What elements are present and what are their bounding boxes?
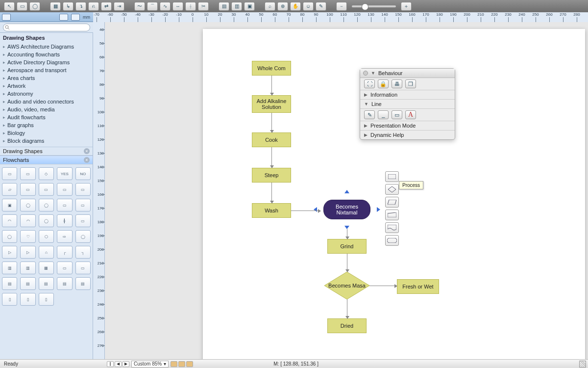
line-rect-button[interactable]: ▭ <box>392 110 402 119</box>
export-tool-button[interactable]: ⇥ <box>114 2 124 11</box>
palette-shape-41[interactable]: ▯ <box>20 293 35 306</box>
connector-1[interactable] <box>271 76 272 95</box>
selection-marker-up-icon[interactable] <box>344 190 349 193</box>
resize-grip-icon[interactable] <box>579 361 586 368</box>
distribute-tool-button[interactable]: ▥ <box>231 2 242 11</box>
zoom-out-button[interactable]: － <box>336 2 347 11</box>
palette-shape-19[interactable]: ▭ <box>75 214 91 227</box>
palette-shape-24[interactable]: ◯ <box>75 230 91 243</box>
zoom-fit-button[interactable]: ⌕ <box>265 2 275 11</box>
palette-shape-30[interactable]: ▥ <box>2 262 17 274</box>
category-item-6[interactable]: Astronomy <box>0 90 93 98</box>
palette-shape-2[interactable]: ◇ <box>39 167 54 180</box>
cut-tool-button[interactable]: ✂ <box>198 2 209 11</box>
drawing-page[interactable]: Whole Com Add Alkaline Solution Cook Ste… <box>203 29 585 359</box>
palette-shape-32[interactable]: ▦ <box>39 262 54 274</box>
palette-shape-22[interactable]: ⬡ <box>39 230 54 243</box>
panel-close-icon[interactable]: × <box>84 148 90 154</box>
library-toggle-button[interactable] <box>2 14 11 21</box>
scroll-prev-button[interactable]: ◀ <box>115 361 122 367</box>
palette-shape-13[interactable]: ▭ <box>57 199 72 211</box>
behaviour-row-dynamic-help[interactable]: ▶Dynamic Help <box>360 131 455 139</box>
category-item-4[interactable]: Area charts <box>0 74 93 82</box>
behaviour-row-information[interactable]: ▶Information <box>360 90 455 100</box>
pointer-tool-button[interactable]: ↖ <box>4 2 15 11</box>
print-behaviour-button[interactable]: 🖶 <box>392 79 402 88</box>
category-item-10[interactable]: Bar graphs <box>0 121 93 129</box>
palette-shape-31[interactable]: ▥ <box>20 262 35 274</box>
pan-tool-button[interactable]: ✋ <box>290 2 301 11</box>
line-start-button[interactable]: ✎ <box>364 110 375 119</box>
palette-shape-40[interactable]: ▯ <box>2 293 17 306</box>
connector-3[interactable] <box>271 147 272 168</box>
palette-shape-12[interactable]: ◯ <box>39 199 54 211</box>
node-wash[interactable]: Wash <box>252 203 291 218</box>
rect-tool-button[interactable]: ▭ <box>17 2 27 11</box>
panel-close-icon[interactable]: × <box>84 157 90 163</box>
page-tab-2[interactable] <box>178 361 185 367</box>
quick-shape-document[interactable] <box>385 222 399 233</box>
palette-shape-33[interactable]: ▭ <box>57 262 72 274</box>
category-item-3[interactable]: Aerospace and transport <box>0 66 93 74</box>
page-tab-1[interactable] <box>171 361 177 367</box>
line-end-button[interactable]: ⎯ <box>378 110 389 119</box>
node-add-alkaline[interactable]: Add Alkaline Solution <box>252 95 291 113</box>
table-tool-button[interactable]: ▦ <box>50 2 61 11</box>
page-tab-3[interactable] <box>186 361 193 367</box>
ellipse-tool-button[interactable]: ◯ <box>29 2 40 11</box>
palette-shape-16[interactable]: ◠ <box>20 214 35 227</box>
node-dried[interactable]: Dried <box>327 318 367 333</box>
node-cook[interactable]: Cook <box>252 132 291 147</box>
palette-shape-38[interactable]: ▤ <box>57 277 72 290</box>
category-item-7[interactable]: Audio and video connectors <box>0 98 93 105</box>
behaviour-row-presentation[interactable]: ▶Presentation Mode <box>360 121 455 131</box>
selection-marker-down-icon[interactable] <box>344 226 349 229</box>
scroll-first-button[interactable]: ∥ <box>107 361 114 367</box>
palette-shape-23[interactable]: ⇨ <box>57 230 72 243</box>
palette-shape-14[interactable]: ▭ <box>75 199 91 211</box>
quick-shape-data[interactable] <box>385 197 399 208</box>
palette-shape-17[interactable]: ◯ <box>39 214 54 227</box>
palette-shape-7[interactable]: ▭ <box>39 183 54 196</box>
palette-shape-3[interactable]: YES <box>57 167 72 180</box>
palette-shape-9[interactable]: ▭ <box>75 183 91 196</box>
behaviour-row-line[interactable]: ▼Line <box>360 100 455 109</box>
connector-8[interactable] <box>369 286 397 286</box>
canvas-area[interactable]: Whole Com Add Alkaline Solution Cook Ste… <box>105 22 588 359</box>
connector-6[interactable] <box>347 229 347 239</box>
selection-marker-left-icon[interactable] <box>314 207 317 212</box>
arc-tool-button[interactable]: ⌒ <box>147 2 158 11</box>
category-item-12[interactable]: Block diagrams <box>0 137 93 145</box>
palette-shape-37[interactable]: ▤ <box>39 277 54 290</box>
search-view-button[interactable] <box>71 14 80 21</box>
connector-tool-1-button[interactable]: ↳ <box>63 2 74 11</box>
palette-shape-5[interactable]: ▱ <box>2 183 17 196</box>
lock-behaviour-button[interactable]: 🔒 <box>378 79 389 88</box>
connector-7[interactable] <box>347 254 347 272</box>
category-item-11[interactable]: Biology <box>0 129 93 137</box>
palette-shape-29[interactable]: ┐ <box>75 246 91 259</box>
pen-tool-button[interactable]: ✎ <box>316 2 326 11</box>
palette-shape-8[interactable]: ▭ <box>57 183 72 196</box>
quick-shape-decision[interactable] <box>385 184 399 195</box>
palette-shape-18[interactable]: ╂ <box>57 214 72 227</box>
category-item-2[interactable]: Active Directory Diagrams <box>0 58 93 66</box>
palette-shape-26[interactable]: ▷ <box>20 246 35 259</box>
palette-shape-25[interactable]: ▷ <box>2 246 17 259</box>
zoom-in-button[interactable]: ⊕ <box>277 2 288 11</box>
node-steep[interactable]: Steep <box>252 168 291 183</box>
curve-tool-button[interactable]: 〜 <box>134 2 145 11</box>
connector-2[interactable] <box>271 113 272 132</box>
palette-shape-34[interactable]: ▭ <box>75 262 91 274</box>
palette-shape-27[interactable]: ⌂ <box>39 246 54 259</box>
palette-shape-11[interactable]: ◯ <box>20 199 35 211</box>
connector-tool-2-button[interactable]: ↴ <box>75 2 86 11</box>
panel-header-drawing-shapes[interactable]: Drawing Shapes× <box>0 147 93 156</box>
node-becomes-masa[interactable]: Becomes Masa <box>324 272 369 299</box>
category-item-1[interactable]: Accounting flowcharts <box>0 51 93 58</box>
layer-behaviour-button[interactable]: ❒ <box>405 79 416 88</box>
group-tool-button[interactable]: ▣ <box>244 2 255 11</box>
scroll-next-button[interactable]: ▶ <box>122 361 129 367</box>
palette-shape-28[interactable]: ┌ <box>57 246 72 259</box>
person-tool-button[interactable]: ☺ <box>303 2 314 11</box>
